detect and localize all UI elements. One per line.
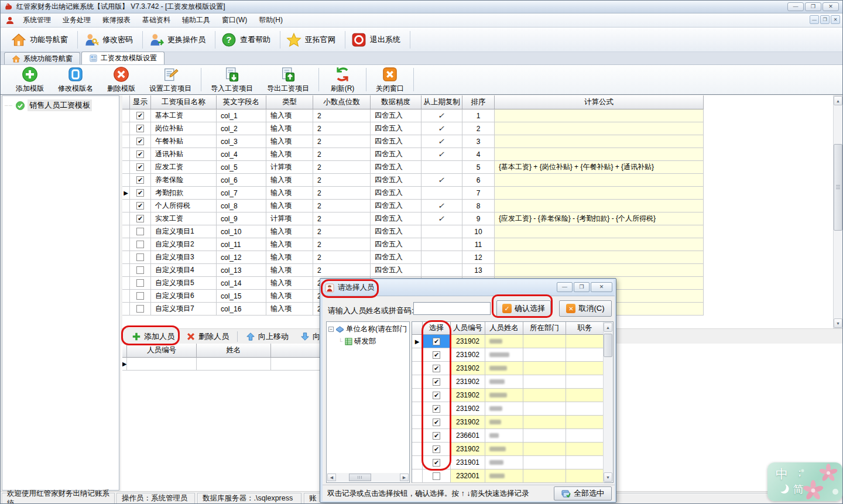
show-checkbox[interactable]: ✔ [136,112,144,119]
order-cell[interactable]: 10 [462,225,495,238]
decimals-cell[interactable]: 2 [313,122,371,135]
person-dept-cell[interactable] [523,469,566,483]
template-toolbar-button-4[interactable]: 设置工资项目 [142,65,198,95]
template-toolbar-button-1[interactable]: 添加模版 [9,65,51,95]
precision-cell[interactable]: 四舍五入 [371,264,422,277]
decimals-cell[interactable]: 2 [313,109,371,122]
dialog-column-header-4[interactable]: 所在部门 [523,322,566,335]
show-checkbox-cell[interactable]: ✔ [130,212,151,225]
show-checkbox-cell[interactable] [130,238,151,251]
item-name-cell[interactable]: 自定义项目5 [151,277,217,290]
column-header-2[interactable]: 工资项目名称 [151,95,217,109]
item-name-cell[interactable]: 自定义项目1 [151,225,217,238]
show-checkbox[interactable]: ✔ [136,202,144,210]
copy-prev-cell[interactable]: ✓ [422,174,462,187]
person-search-input[interactable] [413,302,491,315]
ime-simplified-indicator[interactable]: 简 [793,482,804,496]
type-cell[interactable]: 输入项 [266,148,313,161]
show-checkbox[interactable] [136,292,144,300]
menu-item-4[interactable]: 基础资料 [136,13,176,27]
template-toolbar-button-3[interactable]: 删除模版 [100,65,142,95]
decimals-cell[interactable]: 2 [313,148,371,161]
precision-cell[interactable]: 四舍五入 [371,109,422,122]
person-dept-cell[interactable] [523,375,566,389]
person-duty-cell[interactable] [566,443,604,456]
person-duty-cell[interactable] [566,429,604,443]
field-name-cell[interactable]: col_16 [217,303,266,316]
column-header-9[interactable]: 计算公式 [495,95,704,109]
item-name-cell[interactable]: 午餐补贴 [151,135,217,148]
item-name-cell[interactable]: 自定义项目6 [151,290,217,303]
table-row[interactable]: ✔应发工资col_5计算项2四舍五入5{基本工资} + {岗位补贴} + {午餐… [122,161,704,174]
formula-cell[interactable] [495,148,704,161]
toolbar-button-4[interactable]: ?查看帮助 [217,30,279,50]
select-all-button[interactable]: 全部选中 [554,486,612,500]
close-button[interactable]: ✕ [823,2,839,11]
person-duty-cell[interactable] [566,375,604,389]
person-code-cell[interactable]: 231901 [451,456,485,469]
person-name-cell[interactable] [485,416,523,429]
toolbar-button-5[interactable]: 亚拓官网 [282,30,344,50]
copy-prev-cell[interactable] [422,264,462,277]
show-checkbox[interactable]: ✔ [136,176,144,184]
copy-prev-cell[interactable]: ✓ [422,122,462,135]
menu-item-5[interactable]: 辅助工具 [176,13,216,27]
person-name-cell[interactable] [485,335,523,348]
person-dept-cell[interactable] [523,335,566,348]
show-checkbox[interactable] [136,241,144,248]
person-duty-cell[interactable] [566,469,604,483]
column-header-8[interactable]: 排序 [462,95,495,109]
person-toolbar-button-3[interactable]: 向上移动 [240,330,294,343]
template-toolbar-button-6[interactable]: 导出工资项目 [260,65,316,95]
person-dept-cell[interactable] [523,429,566,443]
toolbar-button-2[interactable]: 修改密码 [79,30,141,50]
precision-cell[interactable]: 四舍五入 [371,161,422,174]
show-checkbox-cell[interactable] [130,251,151,264]
person-dept-cell[interactable] [523,362,566,375]
table-row[interactable]: ✔实发工资col_9计算项2四舍五入✓9{应发工资} - {养老保险} - {考… [122,212,704,225]
toolbar-button-1[interactable]: 功能导航窗 [6,30,76,50]
table-row[interactable]: ✔养老保险col_6输入项2四舍五入✓6 [122,174,704,187]
order-cell[interactable]: 2 [462,122,495,135]
precision-cell[interactable]: 四舍五入 [371,212,422,225]
person-code-cell[interactable]: 231902 [451,362,485,375]
dialog-close-button[interactable]: ✕ [591,282,612,292]
person-column-header-2[interactable]: 姓名 [197,344,271,358]
scroll-left-icon[interactable]: ◀ [327,474,336,481]
field-name-cell[interactable]: col_2 [217,122,266,135]
tree-hscroll-thumb[interactable] [349,474,371,481]
column-header-1[interactable]: 显示 [130,95,151,109]
decimals-cell[interactable]: 2 [313,174,371,187]
show-checkbox[interactable]: ✔ [136,189,144,197]
template-toolbar-button-2[interactable]: 修改模版名 [51,65,100,95]
toolbar-button-6[interactable]: 退出系统 [347,30,409,50]
collapse-icon[interactable]: − [328,327,334,332]
decimals-cell[interactable]: 2 [313,200,371,212]
order-cell[interactable]: 9 [462,212,495,225]
type-cell[interactable]: 输入项 [266,187,313,200]
person-name-cell[interactable] [485,389,523,402]
person-name-cell[interactable] [485,348,523,362]
table-row[interactable]: 自定义项目4col_13输入项2四舍五入13 [122,264,704,277]
person-duty-cell[interactable] [566,416,604,429]
item-name-cell[interactable]: 考勤扣款 [151,187,217,200]
restore-button[interactable]: ❐ [805,2,821,11]
formula-cell[interactable] [495,135,704,148]
person-dept-cell[interactable] [523,389,566,402]
table-row[interactable]: ✔个人所得税col_8输入项2四舍五入✓8 [122,200,704,212]
decimals-cell[interactable]: 2 [313,212,371,225]
show-checkbox-cell[interactable]: ✔ [130,122,151,135]
show-checkbox-cell[interactable] [130,290,151,303]
field-name-cell[interactable]: col_12 [217,251,266,264]
menu-item-3[interactable]: 账簿报表 [97,13,136,27]
table-row[interactable]: ✔午餐补贴col_3输入项2四舍五入✓3 [122,135,704,148]
formula-cell[interactable] [495,200,704,212]
scrollbar-thumb[interactable] [834,144,842,231]
show-checkbox[interactable]: ✔ [136,163,144,171]
dialog-minimize-button[interactable]: — [557,282,573,292]
person-code-cell[interactable]: 231902 [451,348,485,362]
show-checkbox-cell[interactable]: ✔ [130,200,151,212]
person-duty-cell[interactable] [566,362,604,375]
table-row[interactable]: 自定义项目1col_10输入项2四舍五入10 [122,225,704,238]
type-cell[interactable]: 输入项 [266,200,313,212]
